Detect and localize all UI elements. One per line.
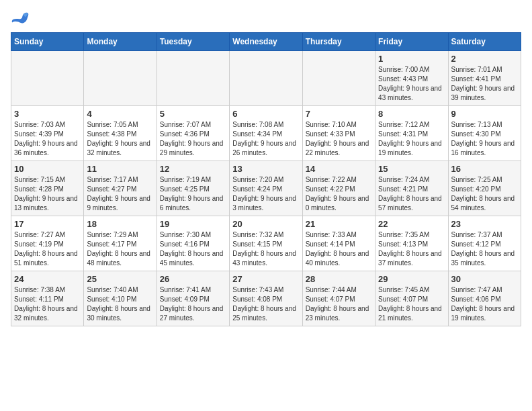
day-number: 26 [160, 274, 226, 284]
calendar-cell: 21Sunrise: 7:33 AM Sunset: 4:14 PM Dayli… [302, 216, 375, 271]
col-header-sunday: Sunday [11, 33, 84, 51]
day-detail: Sunrise: 7:22 AM Sunset: 4:22 PM Dayligh… [306, 175, 372, 213]
day-number: 22 [378, 219, 445, 229]
day-number: 14 [306, 164, 372, 174]
day-detail: Sunrise: 7:12 AM Sunset: 4:31 PM Dayligh… [378, 120, 445, 158]
day-number: 25 [87, 274, 153, 284]
calendar-cell: 18Sunrise: 7:29 AM Sunset: 4:17 PM Dayli… [84, 216, 157, 271]
day-number: 28 [306, 274, 372, 284]
day-detail: Sunrise: 7:19 AM Sunset: 4:25 PM Dayligh… [160, 175, 226, 213]
day-number: 23 [451, 219, 518, 229]
day-detail: Sunrise: 7:08 AM Sunset: 4:34 PM Dayligh… [232, 120, 299, 158]
calendar-cell: 30Sunrise: 7:47 AM Sunset: 4:06 PM Dayli… [448, 271, 521, 326]
calendar-cell: 13Sunrise: 7:20 AM Sunset: 4:24 PM Dayli… [230, 161, 302, 216]
day-number: 27 [232, 274, 299, 284]
day-detail: Sunrise: 7:45 AM Sunset: 4:07 PM Dayligh… [378, 285, 445, 323]
calendar-week-2: 3Sunrise: 7:03 AM Sunset: 4:39 PM Daylig… [11, 106, 521, 161]
day-detail: Sunrise: 7:37 AM Sunset: 4:12 PM Dayligh… [451, 230, 518, 268]
calendar-cell: 29Sunrise: 7:45 AM Sunset: 4:07 PM Dayli… [375, 271, 448, 326]
day-number: 13 [232, 164, 299, 174]
calendar-cell: 17Sunrise: 7:27 AM Sunset: 4:19 PM Dayli… [11, 216, 84, 271]
calendar-cell [11, 51, 84, 106]
day-number: 30 [451, 274, 518, 284]
day-number: 18 [87, 219, 153, 229]
calendar-cell: 22Sunrise: 7:35 AM Sunset: 4:13 PM Dayli… [375, 216, 448, 271]
calendar-table: SundayMondayTuesdayWednesdayThursdayFrid… [11, 32, 521, 326]
day-number: 10 [14, 164, 81, 174]
day-detail: Sunrise: 7:47 AM Sunset: 4:06 PM Dayligh… [451, 285, 518, 323]
day-detail: Sunrise: 7:38 AM Sunset: 4:11 PM Dayligh… [14, 285, 81, 323]
day-detail: Sunrise: 7:40 AM Sunset: 4:10 PM Dayligh… [87, 285, 153, 323]
day-detail: Sunrise: 7:01 AM Sunset: 4:41 PM Dayligh… [451, 65, 518, 103]
calendar-cell: 15Sunrise: 7:24 AM Sunset: 4:21 PM Dayli… [375, 161, 448, 216]
calendar-cell: 23Sunrise: 7:37 AM Sunset: 4:12 PM Dayli… [448, 216, 521, 271]
calendar-cell: 4Sunrise: 7:05 AM Sunset: 4:38 PM Daylig… [84, 106, 157, 161]
day-detail: Sunrise: 7:17 AM Sunset: 4:27 PM Dayligh… [87, 175, 153, 213]
day-number: 9 [451, 109, 518, 119]
day-number: 8 [378, 109, 445, 119]
calendar-cell [84, 51, 157, 106]
calendar-week-3: 10Sunrise: 7:15 AM Sunset: 4:28 PM Dayli… [11, 161, 521, 216]
calendar-cell: 20Sunrise: 7:32 AM Sunset: 4:15 PM Dayli… [230, 216, 302, 271]
header-row: SundayMondayTuesdayWednesdayThursdayFrid… [11, 33, 521, 51]
calendar-week-4: 17Sunrise: 7:27 AM Sunset: 4:19 PM Dayli… [11, 216, 521, 271]
day-detail: Sunrise: 7:05 AM Sunset: 4:38 PM Dayligh… [87, 120, 153, 158]
calendar-week-5: 24Sunrise: 7:38 AM Sunset: 4:11 PM Dayli… [11, 271, 521, 326]
calendar-cell: 7Sunrise: 7:10 AM Sunset: 4:33 PM Daylig… [302, 106, 375, 161]
col-header-tuesday: Tuesday [157, 33, 229, 51]
calendar-cell: 26Sunrise: 7:41 AM Sunset: 4:09 PM Dayli… [157, 271, 229, 326]
calendar-cell: 3Sunrise: 7:03 AM Sunset: 4:39 PM Daylig… [11, 106, 84, 161]
day-number: 11 [87, 164, 153, 174]
day-number: 5 [160, 109, 226, 119]
col-header-monday: Monday [84, 33, 157, 51]
day-number: 29 [378, 274, 445, 284]
calendar-cell: 11Sunrise: 7:17 AM Sunset: 4:27 PM Dayli… [84, 161, 157, 216]
day-number: 6 [232, 109, 299, 119]
day-detail: Sunrise: 7:24 AM Sunset: 4:21 PM Dayligh… [378, 175, 445, 213]
day-number: 2 [451, 54, 518, 64]
day-detail: Sunrise: 7:07 AM Sunset: 4:36 PM Dayligh… [160, 120, 226, 158]
logo-bird-icon [11, 11, 30, 26]
day-number: 15 [378, 164, 445, 174]
calendar-cell: 14Sunrise: 7:22 AM Sunset: 4:22 PM Dayli… [302, 161, 375, 216]
calendar-cell: 9Sunrise: 7:13 AM Sunset: 4:30 PM Daylig… [448, 106, 521, 161]
day-number: 20 [232, 219, 299, 229]
calendar-cell: 8Sunrise: 7:12 AM Sunset: 4:31 PM Daylig… [375, 106, 448, 161]
day-detail: Sunrise: 7:30 AM Sunset: 4:16 PM Dayligh… [160, 230, 226, 268]
day-detail: Sunrise: 7:32 AM Sunset: 4:15 PM Dayligh… [232, 230, 299, 268]
calendar-week-1: 1Sunrise: 7:00 AM Sunset: 4:43 PM Daylig… [11, 51, 521, 106]
day-number: 16 [451, 164, 518, 174]
col-header-thursday: Thursday [302, 33, 375, 51]
day-detail: Sunrise: 7:29 AM Sunset: 4:17 PM Dayligh… [87, 230, 153, 268]
day-detail: Sunrise: 7:13 AM Sunset: 4:30 PM Dayligh… [451, 120, 518, 158]
day-number: 3 [14, 109, 81, 119]
calendar-cell: 12Sunrise: 7:19 AM Sunset: 4:25 PM Dayli… [157, 161, 229, 216]
day-number: 24 [14, 274, 81, 284]
day-detail: Sunrise: 7:41 AM Sunset: 4:09 PM Dayligh… [160, 285, 226, 323]
col-header-wednesday: Wednesday [230, 33, 302, 51]
calendar-cell: 1Sunrise: 7:00 AM Sunset: 4:43 PM Daylig… [375, 51, 448, 106]
logo [11, 11, 32, 26]
calendar-cell: 27Sunrise: 7:43 AM Sunset: 4:08 PM Dayli… [230, 271, 302, 326]
day-number: 12 [160, 164, 226, 174]
calendar-cell: 6Sunrise: 7:08 AM Sunset: 4:34 PM Daylig… [230, 106, 302, 161]
col-header-saturday: Saturday [448, 33, 521, 51]
calendar-cell: 2Sunrise: 7:01 AM Sunset: 4:41 PM Daylig… [448, 51, 521, 106]
calendar-cell [157, 51, 229, 106]
calendar-cell: 24Sunrise: 7:38 AM Sunset: 4:11 PM Dayli… [11, 271, 84, 326]
day-detail: Sunrise: 7:44 AM Sunset: 4:07 PM Dayligh… [306, 285, 372, 323]
calendar-cell [230, 51, 302, 106]
day-detail: Sunrise: 7:00 AM Sunset: 4:43 PM Dayligh… [378, 65, 445, 103]
calendar-cell: 28Sunrise: 7:44 AM Sunset: 4:07 PM Dayli… [302, 271, 375, 326]
day-detail: Sunrise: 7:03 AM Sunset: 4:39 PM Dayligh… [14, 120, 81, 158]
calendar-cell: 16Sunrise: 7:25 AM Sunset: 4:20 PM Dayli… [448, 161, 521, 216]
day-detail: Sunrise: 7:43 AM Sunset: 4:08 PM Dayligh… [232, 285, 299, 323]
day-detail: Sunrise: 7:25 AM Sunset: 4:20 PM Dayligh… [451, 175, 518, 213]
calendar-cell: 25Sunrise: 7:40 AM Sunset: 4:10 PM Dayli… [84, 271, 157, 326]
day-detail: Sunrise: 7:15 AM Sunset: 4:28 PM Dayligh… [14, 175, 81, 213]
day-detail: Sunrise: 7:27 AM Sunset: 4:19 PM Dayligh… [14, 230, 81, 268]
day-number: 1 [378, 54, 445, 64]
day-detail: Sunrise: 7:35 AM Sunset: 4:13 PM Dayligh… [378, 230, 445, 268]
day-number: 19 [160, 219, 226, 229]
col-header-friday: Friday [375, 33, 448, 51]
